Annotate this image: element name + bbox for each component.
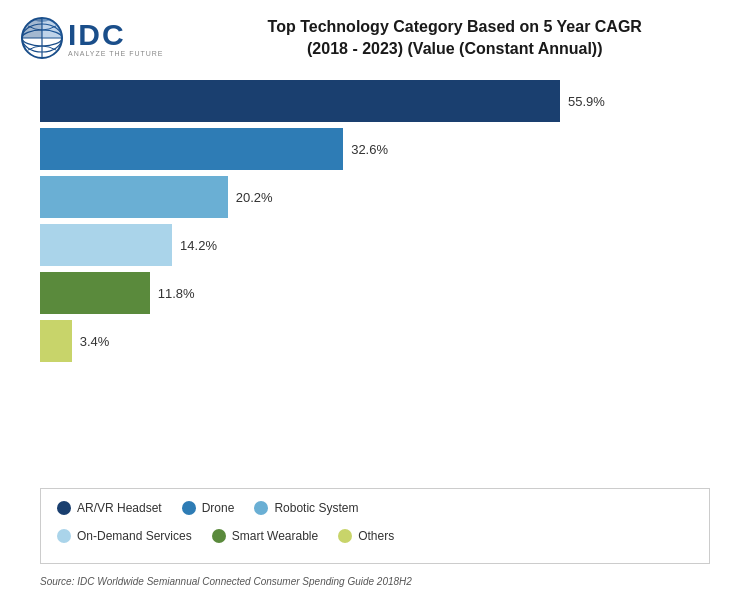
legend-color-dot [212,529,226,543]
bar-row: 11.8% [40,272,710,314]
bar-row: 3.4% [40,320,710,362]
bar-on-demand-services [40,224,172,266]
bar-others [40,320,72,362]
idc-letters: IDC [68,20,164,50]
legend-label: Robotic System [274,501,358,515]
bar-value-label: 20.2% [236,190,273,205]
legend-color-dot [57,529,71,543]
idc-logo-text: IDC ANALYZE THE FUTURE [68,20,164,57]
legend-color-dot [182,501,196,515]
bar-value-label: 55.9% [568,94,605,109]
chart-area: 55.9%32.6%20.2%14.2%11.8%3.4% [20,70,730,475]
chart-title-area: Top Technology Category Based on 5 Year … [180,16,730,59]
bar-robotic-system [40,176,228,218]
main-container: IDC ANALYZE THE FUTURE Top Technology Ca… [0,0,750,603]
bar-value-label: 11.8% [158,286,195,301]
bar-value-label: 3.4% [80,334,110,349]
legend-color-dot [338,529,352,543]
bar-row: 32.6% [40,128,710,170]
bar-drone [40,128,343,170]
legend-label: Smart Wearable [232,529,318,543]
bar-row: 20.2% [40,176,710,218]
legend-label: AR/VR Headset [77,501,162,515]
logo-area: IDC ANALYZE THE FUTURE [20,16,164,60]
header: IDC ANALYZE THE FUTURE Top Technology Ca… [20,16,730,60]
idc-globe-icon [20,16,64,60]
bar-smart-wearable [40,272,150,314]
legend-color-dot [57,501,71,515]
legend-item: Robotic System [254,501,358,515]
legend-item: Smart Wearable [212,529,318,543]
bar-value-label: 32.6% [351,142,388,157]
legend-item: Others [338,529,394,543]
bar-row: 55.9% [40,80,710,122]
chart-title: Top Technology Category Based on 5 Year … [180,16,730,59]
legend-item: On-Demand Services [57,529,192,543]
legend-item: AR/VR Headset [57,501,162,515]
source-text: Source: IDC Worldwide Semiannual Connect… [40,576,710,587]
legend-item: Drone [182,501,235,515]
legend-color-dot [254,501,268,515]
legend: AR/VR HeadsetDroneRobotic SystemOn-Deman… [40,488,710,564]
bar-ar-vr-headset [40,80,560,122]
bar-row: 14.2% [40,224,710,266]
legend-label: Others [358,529,394,543]
idc-tagline: ANALYZE THE FUTURE [68,50,164,57]
legend-label: Drone [202,501,235,515]
bar-value-label: 14.2% [180,238,217,253]
legend-label: On-Demand Services [77,529,192,543]
